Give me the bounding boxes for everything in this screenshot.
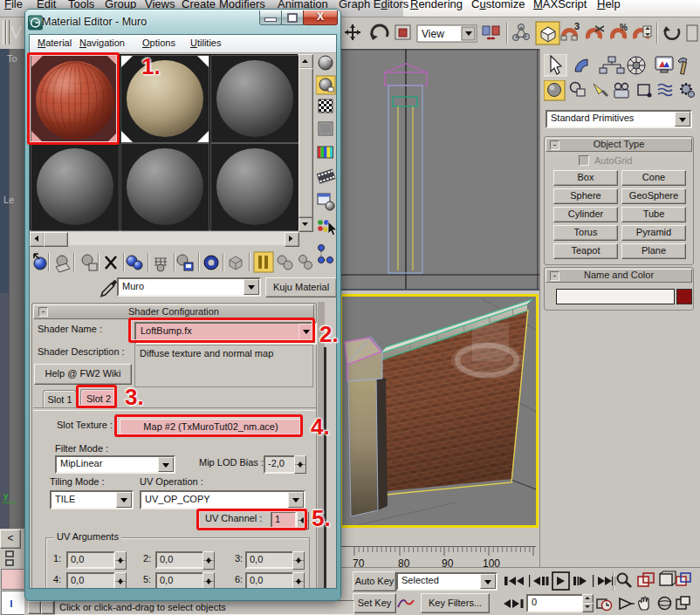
svg-text:80: 80 (398, 557, 410, 567)
svg-text:70: 70 (353, 557, 365, 567)
svg-text:%: % (620, 23, 628, 32)
svg-text:90: 90 (442, 557, 454, 567)
svg-text:View: View (422, 28, 444, 40)
svg-text:100: 100 (483, 557, 500, 567)
svg-text:y: y (3, 490, 9, 501)
svg-text:3: 3 (574, 21, 580, 31)
